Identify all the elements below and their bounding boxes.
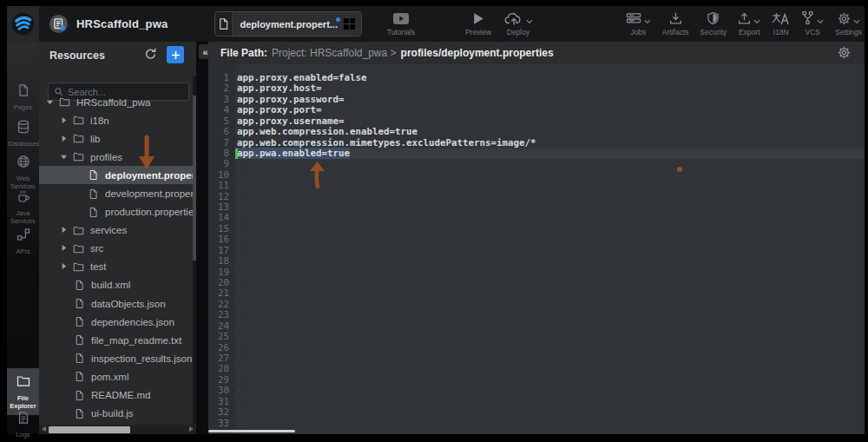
refresh-icon[interactable] (144, 48, 160, 63)
tree-item-dataobjects-json[interactable]: dataObjects.json (39, 294, 196, 313)
wavemaker-logo-icon[interactable] (7, 6, 39, 42)
caret-right-icon[interactable] (60, 262, 69, 271)
code-line-11[interactable] (235, 181, 865, 191)
code-line-3[interactable]: app.proxy.password= (235, 95, 865, 105)
tree-item-build-xml[interactable]: build.xml (39, 276, 196, 294)
topbar-settings-button[interactable]: Settings (835, 10, 862, 36)
code-line-31[interactable] (235, 397, 865, 407)
code-line-22[interactable] (235, 300, 865, 310)
topbar-preview-button[interactable]: Preview (460, 10, 496, 38)
code-line-30[interactable] (235, 386, 865, 396)
sidebar-item-databases[interactable]: Databases (7, 120, 39, 148)
caret-right-icon[interactable] (60, 135, 69, 143)
topbar-artifacts-button[interactable]: Artifacts (662, 10, 689, 36)
file-icon (74, 390, 85, 401)
sidebar-item-logs[interactable]: Logs (7, 411, 39, 439)
caret-right-icon[interactable] (60, 244, 69, 253)
tree-item-readme-md[interactable]: README.md (39, 386, 196, 405)
code-line-20[interactable] (235, 278, 865, 288)
caret-right-icon[interactable] (60, 116, 69, 125)
topbar-deploy-button[interactable]: Deploy (496, 10, 540, 38)
sidebar-item-pages[interactable]: Pages (7, 83, 39, 111)
topbar-tutorials-button[interactable]: Tutorials (380, 10, 422, 38)
code-line-18[interactable] (235, 256, 865, 267)
chevron-down-icon (753, 19, 760, 24)
code-line-19[interactable] (235, 267, 865, 278)
tree-item-profiles[interactable]: profiles (39, 148, 196, 166)
code-line-8[interactable]: app.pwa.enabled=true (235, 148, 865, 159)
add-resource-button[interactable] (167, 46, 184, 63)
tree-item-lib[interactable]: lib (39, 129, 196, 148)
code-line-15[interactable] (235, 224, 865, 234)
line-number: 16 (208, 234, 235, 245)
caret-right-icon[interactable] (60, 226, 69, 234)
code-line-25[interactable] (235, 332, 865, 342)
tree-item-development-properties[interactable]: development.properties (39, 184, 196, 202)
code-editor[interactable]: File Path: Project: HRScaffold_pwa > pro… (208, 42, 865, 434)
code-line-17[interactable] (235, 246, 865, 256)
tree-horizontal-scrollbar[interactable] (39, 425, 196, 434)
code-line-32[interactable] (235, 407, 865, 418)
scroll-left-arrow[interactable] (42, 426, 46, 432)
tab-label-cell[interactable]: deployment.propert... (233, 12, 361, 36)
caret-down-icon[interactable] (60, 153, 69, 162)
deploy-icon (504, 10, 533, 25)
gear-icon[interactable] (838, 46, 851, 62)
topbar-jobs-button[interactable]: Jobs (626, 10, 651, 36)
line-number: 3 (208, 95, 235, 105)
code-lines[interactable]: app.proxy.enabled=falseapp.proxy.host=ap… (235, 64, 865, 434)
tree-item-ui-build-js[interactable]: ui-build.js (39, 405, 196, 423)
code-line-29[interactable] (235, 375, 865, 386)
tree-item-inspection-results-json[interactable]: inspection_results.json (39, 349, 196, 367)
sidebar-item-apis[interactable]: APIs (7, 228, 39, 255)
tab-label: deployment.propert... (240, 19, 338, 30)
sidebar-item-java-services[interactable]: Java Services (7, 189, 39, 225)
code-area[interactable]: 1234567891011121314151617181920212223242… (208, 64, 865, 434)
sidebar-item-web-services[interactable]: Web Services (7, 155, 39, 190)
file-explorer-icon (16, 374, 30, 392)
code-line-26[interactable] (235, 343, 865, 353)
code-line-13[interactable] (235, 202, 865, 213)
code-line-24[interactable] (235, 321, 865, 332)
code-line-4[interactable]: app.proxy.port= (235, 105, 865, 115)
code-line-28[interactable] (235, 364, 865, 374)
tree-item-test[interactable]: test (39, 258, 196, 276)
tree-item-deployment-properties[interactable]: deployment.properties (39, 166, 196, 184)
code-line-14[interactable] (235, 213, 865, 223)
tree-item-pom-xml[interactable]: pom.xml (39, 367, 196, 386)
tree-item-services[interactable]: services (39, 221, 196, 240)
scroll-right-arrow[interactable] (189, 426, 194, 432)
topbar-i18n-button[interactable]: I18N (772, 10, 790, 36)
code-line-2[interactable]: app.proxy.host= (235, 83, 865, 94)
scroll-thumb[interactable] (49, 426, 130, 433)
tree-item-hrscaffold-pwa[interactable]: HRScaffold_pwa (39, 93, 196, 111)
code-line-21[interactable] (235, 288, 865, 299)
code-line-1[interactable]: app.proxy.enabled=false (235, 73, 865, 83)
tree-item-file-map-readme-txt[interactable]: file_map_readme.txt (39, 331, 196, 349)
tree-item-production-properties[interactable]: production.properties (39, 203, 196, 221)
code-line-9[interactable] (235, 159, 865, 169)
tree-item-i18n[interactable]: i18n (39, 111, 196, 129)
code-line-12[interactable] (235, 192, 865, 202)
code-line-10[interactable] (235, 170, 865, 181)
project-switcher[interactable]: HRScaffold_pwa (49, 6, 168, 42)
tree-item-dependencies-json[interactable]: dependencies.json (39, 313, 196, 331)
code-line-6[interactable]: app.web.compression.enabled=true (235, 127, 865, 137)
editor-horizontal-scrollbar[interactable] (208, 430, 295, 432)
topbar-security-button[interactable]: Security (700, 10, 727, 36)
topbar-export-button[interactable]: Export (738, 10, 760, 36)
tree-item-label: src (90, 243, 103, 254)
open-file-tab[interactable]: deployment.propert... (214, 11, 362, 36)
code-line-23[interactable] (235, 310, 865, 320)
text-cursor (235, 148, 238, 159)
i18n-icon (772, 10, 790, 25)
grid-icon[interactable] (343, 17, 356, 30)
project-name: HRScaffold_pwa (76, 17, 168, 30)
tree-item-src[interactable]: src (39, 240, 196, 258)
topbar-vcs-button[interactable]: VCS (801, 10, 824, 36)
caret-down-icon[interactable] (46, 98, 55, 107)
sidebar-item-file-explorer[interactable]: File Explorer (7, 368, 39, 415)
code-line-33[interactable] (235, 419, 865, 429)
code-line-27[interactable] (235, 353, 865, 364)
code-line-16[interactable] (235, 234, 865, 245)
